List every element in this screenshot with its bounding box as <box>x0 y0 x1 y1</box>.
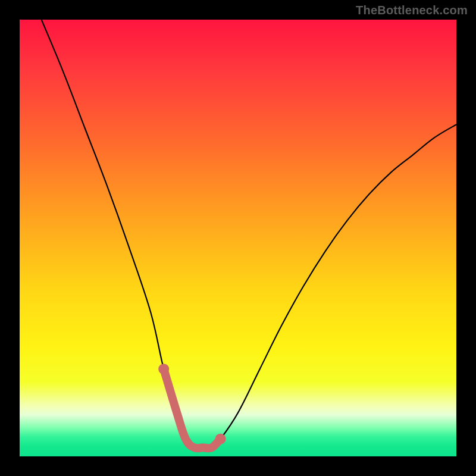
bottleneck-curve <box>42 20 456 448</box>
chart-stage: TheBottleneck.com <box>0 0 476 476</box>
plot-area <box>20 20 456 456</box>
highlight-endpoint <box>215 434 226 444</box>
highlight-segment <box>164 369 220 448</box>
curve-layer <box>20 20 456 456</box>
highlight-endpoint <box>158 364 169 374</box>
watermark-text: TheBottleneck.com <box>356 4 468 17</box>
